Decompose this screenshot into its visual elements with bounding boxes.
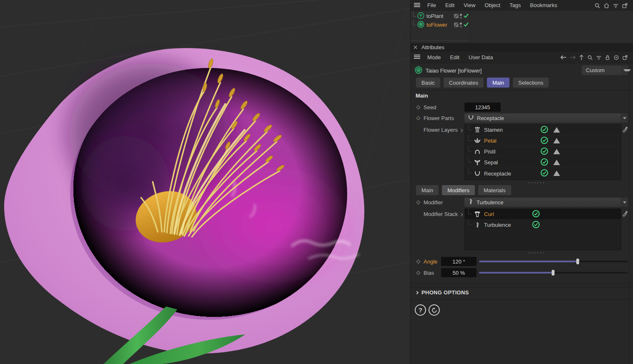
layer-row-stamen[interactable]: Stamen bbox=[465, 125, 621, 136]
seed-input[interactable]: 12345 bbox=[464, 103, 501, 112]
layer-name: Stamen bbox=[484, 127, 503, 133]
menu-mode[interactable]: Mode bbox=[423, 52, 446, 63]
layer-row-sepal[interactable]: Sepal bbox=[465, 157, 621, 168]
flower-parts-dropdown[interactable]: Receptacle bbox=[464, 113, 628, 123]
triangle-icon[interactable] bbox=[553, 160, 560, 165]
reset-icon[interactable] bbox=[429, 304, 440, 316]
object-row-toplant[interactable]: toPlant bbox=[411, 12, 470, 20]
key-diamond-icon[interactable] bbox=[416, 271, 421, 275]
home-icon[interactable] bbox=[603, 3, 610, 9]
menu-edit[interactable]: Edit bbox=[441, 0, 459, 11]
layer-icon[interactable] bbox=[454, 14, 459, 18]
lock-icon[interactable] bbox=[605, 55, 610, 60]
list-resize-handle[interactable] bbox=[527, 182, 546, 184]
flower-bright-patch bbox=[188, 158, 359, 292]
menu-file[interactable]: File bbox=[423, 0, 441, 11]
tab-coordinates[interactable]: Coordinates bbox=[444, 78, 484, 88]
chevron-down-icon[interactable] bbox=[621, 65, 628, 75]
angle-slider[interactable] bbox=[479, 257, 628, 266]
popout-icon[interactable] bbox=[622, 3, 628, 9]
enabled-check-icon[interactable] bbox=[463, 13, 469, 20]
object-name[interactable]: toFlower bbox=[426, 22, 447, 28]
target-icon[interactable] bbox=[613, 55, 619, 60]
section-divider bbox=[411, 90, 633, 90]
flower-layers-label[interactable]: Flower Layers bbox=[424, 127, 462, 133]
layer-row-receptacle[interactable]: Receptacle bbox=[465, 168, 621, 179]
modifier-row-turbulence[interactable]: Turbulence bbox=[465, 220, 621, 231]
subtab-main[interactable]: Main bbox=[416, 185, 439, 195]
modifier-stack-label[interactable]: Modifier Stack bbox=[424, 211, 462, 217]
eyedropper-icon[interactable] bbox=[622, 126, 628, 133]
close-icon[interactable] bbox=[414, 44, 417, 50]
menu-view[interactable]: View bbox=[459, 0, 480, 11]
bias-input[interactable]: 50 % bbox=[441, 268, 477, 277]
forward-arrow-icon[interactable] bbox=[570, 55, 576, 60]
modifier-row-curl[interactable]: Curl bbox=[465, 209, 621, 220]
slider-handle[interactable] bbox=[576, 259, 579, 264]
menu-bookmarks[interactable]: Bookmarks bbox=[525, 0, 562, 11]
filter-icon[interactable] bbox=[596, 55, 602, 60]
phong-options-header[interactable]: PHONG OPTIONS bbox=[416, 289, 469, 296]
layer-row-petal[interactable]: Petal bbox=[465, 136, 621, 146]
triangle-icon[interactable] bbox=[553, 171, 560, 176]
eyedropper-icon[interactable] bbox=[622, 210, 628, 217]
triangle-icon[interactable] bbox=[553, 127, 560, 133]
search-icon[interactable] bbox=[587, 55, 593, 60]
help-icon[interactable]: ? bbox=[415, 304, 426, 316]
object-header-row: Taiao Flower [toFlower] Custom bbox=[411, 65, 633, 76]
enabled-check-icon[interactable] bbox=[463, 22, 469, 28]
enabled-check-icon[interactable] bbox=[540, 126, 548, 135]
back-arrow-icon[interactable] bbox=[560, 55, 567, 60]
chevron-down-icon[interactable] bbox=[621, 113, 628, 123]
menu-object[interactable]: Object bbox=[480, 0, 505, 11]
layer-row-pistil[interactable]: Pistil bbox=[465, 146, 621, 157]
list-resize-handle[interactable] bbox=[527, 252, 546, 254]
menu-tags[interactable]: Tags bbox=[505, 0, 525, 11]
layer-icon[interactable] bbox=[454, 23, 459, 27]
visibility-dots-icon[interactable] bbox=[460, 23, 462, 28]
chevron-down-icon[interactable] bbox=[621, 198, 628, 207]
search-icon[interactable] bbox=[594, 3, 600, 9]
enabled-check-icon[interactable] bbox=[540, 147, 548, 156]
filter-icon[interactable] bbox=[613, 3, 619, 9]
object-name[interactable]: toPlant bbox=[426, 13, 443, 19]
menu-user-data[interactable]: User Data bbox=[464, 52, 498, 63]
seed-row: Seed 12345 bbox=[411, 103, 633, 112]
tree-connector bbox=[413, 20, 417, 29]
bias-slider[interactable] bbox=[479, 268, 628, 277]
subtab-materials[interactable]: Materials bbox=[478, 185, 511, 195]
slider-handle[interactable] bbox=[552, 270, 555, 276]
enabled-check-icon[interactable] bbox=[540, 169, 548, 178]
tab-selections[interactable]: Selections bbox=[513, 78, 549, 88]
key-diamond-icon[interactable] bbox=[416, 105, 421, 109]
key-diamond-icon[interactable] bbox=[416, 116, 421, 120]
preset-dropdown[interactable]: Custom bbox=[582, 65, 628, 75]
up-arrow-icon[interactable] bbox=[579, 55, 584, 60]
attributes-titlebar: Attributes bbox=[411, 43, 633, 52]
object-row-toflower[interactable]: toFlower bbox=[411, 20, 470, 29]
receptacle-icon bbox=[468, 114, 474, 122]
triangle-icon[interactable] bbox=[553, 149, 560, 154]
tab-basic[interactable]: Basic bbox=[416, 78, 440, 88]
enabled-check-icon[interactable] bbox=[540, 136, 548, 146]
layer-name: Receptacle bbox=[484, 171, 511, 177]
popout-icon[interactable] bbox=[622, 55, 628, 60]
visibility-dots-icon[interactable] bbox=[460, 14, 462, 19]
key-diamond-icon[interactable] bbox=[416, 259, 421, 264]
modifier-dropdown[interactable]: Turbulence bbox=[464, 198, 628, 207]
sepal-icon bbox=[473, 159, 482, 166]
enabled-check-icon[interactable] bbox=[532, 221, 540, 230]
viewport-3d[interactable] bbox=[0, 0, 410, 364]
angle-input[interactable]: 120 ° bbox=[441, 257, 477, 266]
hamburger-menu-icon[interactable] bbox=[414, 54, 420, 60]
enabled-check-icon[interactable] bbox=[532, 210, 540, 219]
menu-edit-attr[interactable]: Edit bbox=[446, 52, 464, 63]
modifier-name: Curl bbox=[484, 211, 494, 217]
hamburger-menu-icon[interactable] bbox=[414, 3, 420, 9]
tab-main[interactable]: Main bbox=[487, 78, 509, 88]
enabled-check-icon[interactable] bbox=[540, 158, 548, 167]
flower-layers-list: Stamen Petal Pistil Sepal bbox=[464, 124, 621, 180]
subtab-modifiers[interactable]: Modifiers bbox=[442, 185, 475, 195]
triangle-icon[interactable] bbox=[553, 138, 560, 143]
key-diamond-icon[interactable] bbox=[416, 200, 421, 204]
